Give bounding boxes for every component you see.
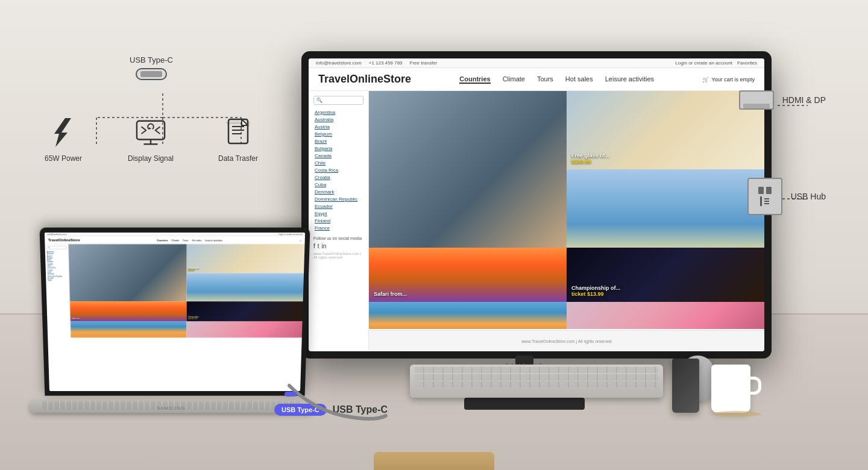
- country-denmark[interactable]: Denmark: [313, 188, 363, 195]
- website-footer: www.TravelOnlineStore.com | All rights r…: [369, 330, 764, 350]
- mug-handle: [749, 377, 761, 395]
- topbar-right: Login or create an account Favorites: [675, 60, 757, 66]
- laptop-screen: info@travelstore.comLogin or create an a…: [39, 228, 310, 396]
- power-icon-item: 65W Power: [36, 118, 90, 163]
- usb-pill: USB Type-C: [274, 404, 327, 416]
- website-topbar: info@travelstore.com +1 123 456 789 Free…: [309, 58, 764, 68]
- laptop-screen-content: info@travelstore.comLogin or create an a…: [45, 233, 305, 391]
- country-dominican[interactable]: Dominican Republic: [313, 195, 363, 202]
- country-belgium[interactable]: Belgium: [313, 130, 363, 137]
- nav-tours[interactable]: Tours: [537, 75, 553, 84]
- laptop-mini-website: info@travelstore.comLogin or create an a…: [45, 233, 305, 391]
- copyright: www.TravelOnlineStore.com | All rights r…: [313, 252, 363, 259]
- data-transfer-icon: [223, 118, 253, 148]
- usb-hub-section: USB Hub: [747, 178, 826, 215]
- twitter-icon[interactable]: t: [318, 243, 319, 249]
- data-label: Data Trasfer: [218, 154, 258, 163]
- footer-copyright: www.TravelOnlineStore.com | All rights r…: [521, 339, 611, 343]
- grid-fireworks-image: Championship of...ticket $13.99: [567, 248, 764, 302]
- mug: [711, 365, 750, 413]
- country-brazil[interactable]: Brazil: [313, 137, 363, 145]
- poolchairs-overlay: Free glass of...$100.99: [571, 152, 609, 164]
- palms-overlay: Safari from...: [374, 291, 407, 297]
- social-icons: f t in: [313, 243, 363, 249]
- monitor-screen: info@travelstore.com +1 123 456 789 Free…: [309, 58, 764, 351]
- nav-links: Countries Climate Tours Hot sales Leisur…: [459, 75, 654, 84]
- usb-hub-label: USB Hub: [791, 192, 826, 201]
- country-austria[interactable]: Austria: [313, 123, 363, 130]
- topbar-email: info@travelstore.com: [316, 60, 362, 66]
- country-canada[interactable]: Canada: [313, 152, 363, 159]
- country-australia[interactable]: Australia: [313, 116, 363, 123]
- country-bulgaria[interactable]: Bulgaria: [313, 145, 363, 152]
- website-nav: TravelOnlineStore Countries Climate Tour…: [309, 68, 764, 91]
- website-main-content: Free glass of...$100.99 Safari from... C…: [369, 91, 764, 350]
- hdmi-port-icon: [739, 90, 774, 110]
- nav-countries[interactable]: Countries: [459, 75, 490, 84]
- keyboard: [410, 365, 663, 398]
- country-egypt[interactable]: Egypt: [313, 210, 363, 217]
- bolt-icon: [48, 118, 78, 148]
- hdmi-label: HDMI & DP: [782, 95, 826, 105]
- keyboard-keys: [410, 365, 663, 390]
- country-cuba[interactable]: Cuba: [313, 181, 363, 188]
- usb-typec-bottom-section: USB Type-C USB Type-C: [274, 404, 388, 416]
- nav-climate[interactable]: Climate: [503, 75, 525, 84]
- nav-hot-sales[interactable]: Hot sales: [565, 75, 593, 84]
- usb-typec-top-section: USB Type-C: [130, 55, 173, 83]
- laptop-samsung-label: SAMSUNG: [157, 406, 185, 411]
- hdmi-section: HDMI & DP: [739, 90, 826, 110]
- display-icon-item: Display Signal: [124, 118, 178, 163]
- website-logo: TravelOnlineStore: [318, 73, 411, 86]
- instagram-icon[interactable]: in: [322, 243, 327, 249]
- monitor-stand-base: [464, 398, 585, 410]
- grid-house-image: [369, 91, 567, 248]
- website-sidebar: Argentina Australia Austria Belgium Braz…: [309, 91, 369, 350]
- topbar-favorites: Favorites: [737, 60, 757, 66]
- country-france[interactable]: France: [313, 224, 363, 231]
- grid-palms-image: Safari from...: [369, 248, 567, 302]
- grid-poolchairs-image: Free glass of...$100.99: [567, 91, 764, 169]
- display-label: Display Signal: [128, 154, 174, 163]
- power-label: 65W Power: [45, 154, 82, 163]
- country-search-input[interactable]: [313, 96, 363, 105]
- country-argentina[interactable]: Argentina: [313, 108, 363, 116]
- fireworks-overlay: Championship of...ticket $13.99: [571, 285, 620, 297]
- topbar-login: Login or create an account: [675, 60, 732, 66]
- feature-icons-row: 65W Power Display Signal: [36, 118, 265, 163]
- country-ecuador[interactable]: Ecuador: [313, 202, 363, 210]
- usb-typec-bottom-label: USB Type-C: [333, 404, 388, 415]
- facebook-icon[interactable]: f: [313, 243, 315, 249]
- usb-typec-top-label: USB Type-C: [130, 55, 173, 64]
- laptop: info@travelstore.comLogin or create an a…: [30, 229, 313, 404]
- grid-pool-image: [567, 169, 764, 248]
- social-label: Follow us on social media: [313, 236, 363, 240]
- country-costa-rica[interactable]: Costa Rica: [313, 166, 363, 174]
- topbar-transfer: Free transfer: [410, 60, 438, 66]
- dark-bottle: [672, 359, 699, 413]
- svg-marker-9: [54, 118, 71, 147]
- website-body: Argentina Australia Austria Belgium Braz…: [309, 91, 764, 350]
- nav-leisure[interactable]: Leisure activities: [605, 75, 654, 84]
- topbar-phone: +1 123 456 789: [369, 60, 403, 66]
- usb-hub-icon: [747, 178, 782, 215]
- country-croatia[interactable]: Croatia: [313, 174, 363, 181]
- monitor: info@travelstore.com +1 123 456 789 Free…: [301, 51, 772, 359]
- display-signal-icon: [136, 118, 166, 148]
- chair-top: [374, 452, 494, 470]
- mug-coaster: [712, 411, 761, 417]
- cart-label: Your cart is empty: [711, 77, 755, 83]
- country-chile[interactable]: Chile: [313, 159, 363, 166]
- cart-info[interactable]: 🛒 Your cart is empty: [702, 77, 755, 83]
- grid-beach-image: [369, 302, 567, 329]
- data-icon-item: Data Trasfer: [211, 118, 265, 163]
- svg-marker-13: [149, 127, 151, 130]
- image-grid: Free glass of...$100.99 Safari from... C…: [369, 91, 764, 329]
- topbar-left: info@travelstore.com +1 123 456 789 Free…: [316, 60, 437, 66]
- grid-flower-image: [567, 302, 764, 329]
- country-finland[interactable]: Finland: [313, 217, 363, 224]
